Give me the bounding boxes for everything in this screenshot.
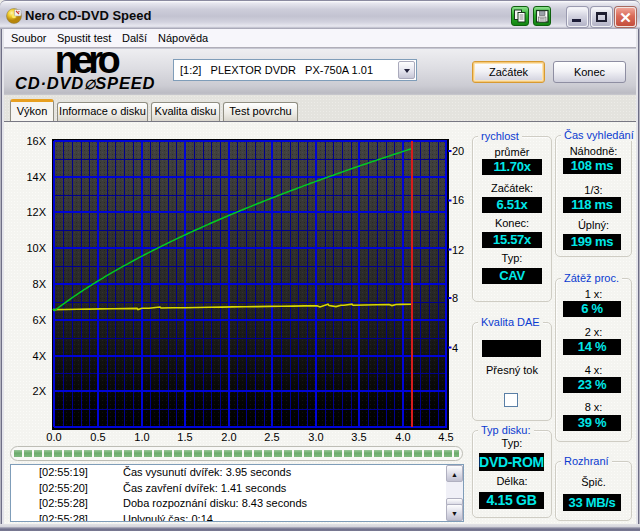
- svg-text:6X: 6X: [33, 314, 47, 326]
- svg-text:8X: 8X: [33, 278, 47, 290]
- svg-text:4.5: 4.5: [438, 431, 453, 443]
- svg-text:0.0: 0.0: [46, 431, 61, 443]
- svg-text:16X: 16X: [26, 135, 46, 147]
- svg-text:2.5: 2.5: [264, 431, 279, 443]
- svg-text:2.0: 2.0: [221, 431, 236, 443]
- svg-text:20: 20: [452, 145, 464, 157]
- svg-text:4: 4: [452, 342, 458, 354]
- svg-text:12: 12: [452, 244, 464, 256]
- svg-text:4.0: 4.0: [395, 431, 410, 443]
- svg-text:12X: 12X: [26, 206, 46, 218]
- svg-text:1.0: 1.0: [134, 431, 149, 443]
- svg-text:14X: 14X: [26, 171, 46, 183]
- svg-text:3.0: 3.0: [308, 431, 323, 443]
- svg-text:10X: 10X: [26, 242, 46, 254]
- svg-text:0.5: 0.5: [90, 431, 105, 443]
- svg-text:3.5: 3.5: [351, 431, 366, 443]
- svg-text:2X: 2X: [33, 385, 47, 397]
- svg-text:16: 16: [452, 194, 464, 206]
- svg-text:4X: 4X: [33, 350, 47, 362]
- svg-text:1.5: 1.5: [177, 431, 192, 443]
- svg-text:8: 8: [452, 292, 458, 304]
